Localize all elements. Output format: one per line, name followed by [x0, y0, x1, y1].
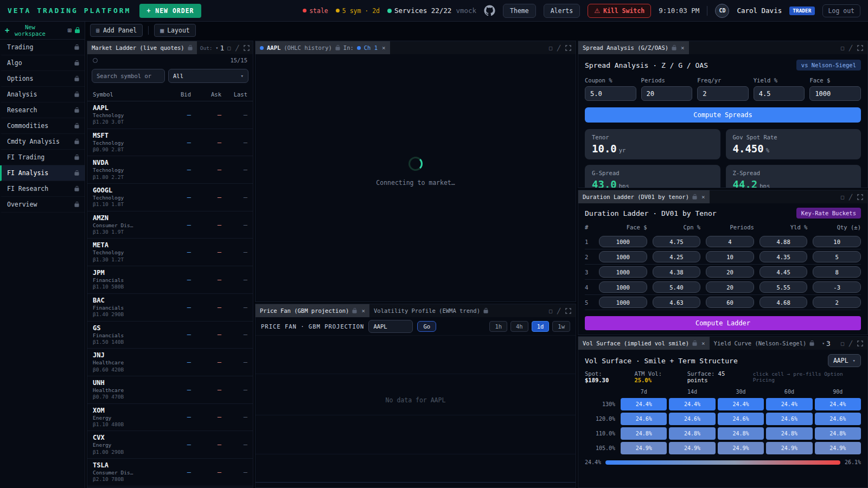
qty-input[interactable]: [813, 236, 861, 247]
github-icon[interactable]: [484, 5, 495, 16]
table-row[interactable]: AAPL Technology β1.20 3.0T – – –: [87, 101, 253, 129]
periods-input[interactable]: [706, 236, 754, 247]
tab-yield-curve[interactable]: Yield Curve (Nelson-Siegel): [710, 337, 819, 350]
coupon-input[interactable]: [653, 281, 701, 293]
vol-cell[interactable]: 24.9%: [718, 442, 764, 454]
vol-cell[interactable]: 24.6%: [766, 413, 812, 425]
coupon-input[interactable]: [653, 266, 701, 278]
coupon-input[interactable]: [653, 297, 701, 308]
face-input[interactable]: [599, 236, 647, 247]
go-button[interactable]: Go: [417, 321, 436, 332]
periods-input[interactable]: [706, 266, 754, 278]
sidebar-item[interactable]: Trading: [0, 40, 85, 55]
tab-market-ladder[interactable]: Market Ladder (live quotes): [87, 41, 197, 54]
add-panel-button[interactable]: ⊞Add Panel: [90, 24, 143, 37]
range-button[interactable]: 1d: [532, 321, 550, 332]
field-input[interactable]: [754, 86, 805, 101]
field-input[interactable]: [585, 86, 636, 101]
vol-cell[interactable]: 24.4%: [815, 398, 861, 410]
qty-input[interactable]: [813, 281, 861, 293]
sidebar-item[interactable]: Options: [0, 71, 85, 87]
vol-cell[interactable]: 24.9%: [621, 442, 667, 454]
sidebar-item[interactable]: FI Trading: [0, 150, 85, 165]
compute-spreads-button[interactable]: Compute Spreads: [585, 107, 861, 123]
close-icon[interactable]: ×: [701, 340, 705, 347]
panel-popout-icon[interactable]: ╱: [557, 45, 560, 51]
sector-filter-select[interactable]: All ▾: [168, 69, 248, 83]
periods-input[interactable]: [706, 251, 754, 262]
price-fan-symbol-input[interactable]: [368, 320, 413, 333]
panel-expand-icon[interactable]: [857, 341, 863, 346]
face-input[interactable]: [599, 251, 647, 262]
tab-spread-analysis[interactable]: Spread Analysis (G/Z/OAS) ×: [578, 41, 689, 54]
new-order-button[interactable]: + NEW ORDER: [139, 4, 201, 18]
vol-cell[interactable]: 24.6%: [815, 413, 861, 425]
panel-popout-icon[interactable]: ╱: [235, 45, 239, 51]
tab-vol-surface[interactable]: Vol Surface (implied vol smile) ×: [578, 337, 710, 350]
table-row[interactable]: GOOGL Technology β1.10 1.8T – – –: [87, 184, 253, 211]
face-input[interactable]: [599, 297, 647, 308]
panel-expand-icon[interactable]: [565, 45, 571, 51]
coupon-input[interactable]: [653, 251, 701, 262]
table-row[interactable]: JPM Financials β1.10 580B – – –: [87, 266, 253, 294]
vol-cell[interactable]: 24.9%: [815, 442, 861, 454]
panel-popout-icon[interactable]: ╱: [849, 341, 852, 346]
panel-expand-icon[interactable]: [857, 45, 863, 51]
face-input[interactable]: [599, 266, 647, 278]
periods-input[interactable]: [706, 281, 754, 293]
vol-cell[interactable]: 24.4%: [669, 398, 715, 410]
vol-cell[interactable]: 24.6%: [718, 413, 764, 425]
sidebar-item[interactable]: Cmdty Analysis: [0, 134, 85, 150]
range-button[interactable]: 4h: [510, 321, 528, 332]
layout-button[interactable]: ▦Layout: [154, 24, 195, 37]
alerts-button[interactable]: Alerts: [544, 4, 580, 18]
face-input[interactable]: [599, 281, 647, 293]
vol-cell[interactable]: 24.8%: [718, 427, 764, 440]
sidebar-item[interactable]: Analysis: [0, 87, 85, 102]
theme-button[interactable]: Theme: [503, 4, 536, 18]
field-input[interactable]: [809, 86, 861, 101]
sidebar-item[interactable]: Overview: [0, 197, 85, 213]
key-rate-buckets-badge[interactable]: Key-Rate Buckets: [796, 208, 861, 219]
table-row[interactable]: GS Financials β1.50 140B – – –: [87, 322, 253, 349]
yield-input[interactable]: [760, 251, 808, 262]
yield-input[interactable]: [760, 236, 808, 247]
field-input[interactable]: [697, 86, 749, 101]
close-icon[interactable]: ×: [681, 44, 685, 52]
table-row[interactable]: MSFT Technology β0.90 2.8T – – –: [87, 129, 253, 157]
tab-overflow-dropdown[interactable]: ▾ 3: [819, 337, 834, 350]
vol-cell[interactable]: 24.9%: [669, 442, 715, 454]
panel-restore-icon[interactable]: □: [549, 45, 552, 51]
vol-cell[interactable]: 24.9%: [766, 442, 812, 454]
sidebar-item[interactable]: Algo: [0, 55, 85, 71]
periods-input[interactable]: [706, 297, 754, 308]
panel-expand-icon[interactable]: [244, 45, 250, 51]
panel-restore-icon[interactable]: □: [549, 308, 552, 314]
vol-cell[interactable]: 24.8%: [815, 427, 861, 440]
yield-input[interactable]: [760, 266, 808, 278]
table-row[interactable]: UNH Healthcare β0.70 470B – – –: [87, 376, 253, 404]
range-button[interactable]: 1h: [489, 321, 507, 332]
panel-popout-icon[interactable]: ╱: [849, 194, 852, 200]
table-row[interactable]: AMZN Consumer Dis… β1.30 1.9T – – –: [87, 211, 253, 239]
field-input[interactable]: [641, 86, 693, 101]
coupon-input[interactable]: [653, 236, 701, 247]
vol-cell[interactable]: 24.4%: [621, 398, 667, 410]
yield-input[interactable]: [760, 297, 808, 308]
sidebar-item[interactable]: FI Research: [0, 181, 85, 197]
table-row[interactable]: XOM Energy β1.10 480B – – –: [87, 404, 253, 432]
close-icon[interactable]: ×: [361, 307, 365, 314]
close-icon[interactable]: ×: [701, 194, 705, 201]
qty-input[interactable]: [813, 251, 861, 262]
symbol-select[interactable]: AAPL ▾: [828, 354, 861, 367]
out-channel-dropdown[interactable]: ▾ 1: [213, 41, 228, 54]
table-row[interactable]: CVX Energy β1.00 290B – – –: [87, 431, 253, 459]
panel-expand-icon[interactable]: [857, 194, 863, 200]
vol-cell[interactable]: 24.4%: [718, 398, 764, 410]
panel-popout-icon[interactable]: ╱: [557, 308, 560, 314]
tab-ohlc[interactable]: AAPL (OHLC history) In: Ch 1 ×: [256, 41, 390, 54]
sidebar-item[interactable]: Research: [0, 102, 85, 118]
panel-popout-icon[interactable]: ╱: [849, 45, 852, 51]
table-row[interactable]: V Financials – – –: [87, 486, 253, 487]
nelson-siegel-badge[interactable]: vs Nelson-Siegel: [796, 60, 861, 70]
